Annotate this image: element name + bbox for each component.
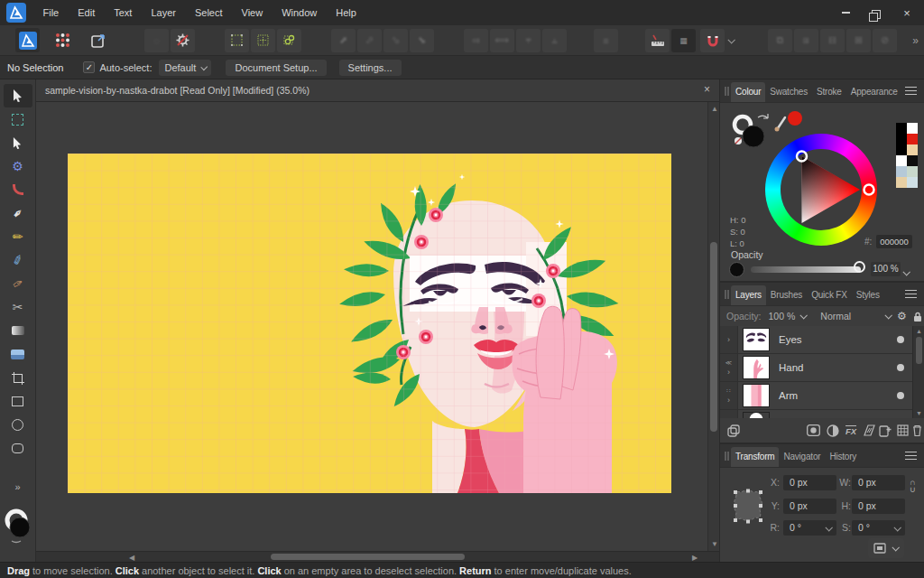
vertical-scrollbar[interactable]: ▲ ▼ (707, 102, 719, 551)
opacity-dropdown-chevron[interactable] (903, 266, 909, 277)
snap-pixel-button[interactable] (251, 29, 275, 52)
layer-thumbnail[interactable] (743, 384, 770, 407)
vector-brush-tool[interactable]: ✐ (4, 248, 32, 272)
scroll-right-icon[interactable]: ▶ (692, 554, 698, 562)
tab-layers[interactable]: Layers (731, 285, 766, 305)
snap-grid-button[interactable] (225, 29, 249, 52)
document-close-icon[interactable]: × (704, 83, 710, 96)
tab-styles[interactable]: Styles (852, 285, 884, 305)
horizontal-scroll-thumb[interactable] (271, 554, 465, 560)
tab-quickfx[interactable]: Quick FX (807, 285, 852, 305)
tab-appearance[interactable]: Appearance (846, 82, 902, 102)
boolean-divide-button[interactable]: ⊘ (873, 29, 897, 52)
layers-scrollbar[interactable]: ▲ ▼ (912, 326, 924, 418)
layer-visibility-dot[interactable] (897, 392, 904, 399)
pixel-persona-button[interactable] (51, 28, 75, 52)
selection-box-button[interactable] (868, 538, 904, 558)
duplicate-icon[interactable] (727, 424, 742, 437)
magnet-snapping-button[interactable] (700, 29, 725, 52)
rounded-rectangle-tool[interactable] (4, 436, 32, 460)
layer-row-hand[interactable]: ≪› Hand (720, 354, 924, 382)
scroll-left-icon[interactable]: ◀ (129, 554, 134, 562)
pen-tool[interactable]: ✒ (4, 201, 32, 225)
boolean-subtract-button[interactable]: ⊟ (820, 29, 845, 52)
link-dimensions-icon[interactable]: ∩∪ (910, 479, 916, 493)
minimize-icon[interactable] (834, 3, 857, 23)
rectangle-tool[interactable] (4, 389, 32, 413)
vertical-scroll-thumb[interactable] (710, 242, 717, 432)
layer-opacity-value[interactable]: 100 % (769, 311, 796, 322)
align-left-button[interactable]: ⫤ (464, 29, 488, 52)
assets-gear-button[interactable] (171, 29, 195, 52)
blend-ranges-icon[interactable] (863, 424, 876, 436)
tab-stroke[interactable]: Stroke (812, 82, 846, 102)
ellipse-tool[interactable] (4, 413, 32, 436)
scroll-down-icon[interactable]: ▼ (711, 540, 718, 548)
hex-input[interactable]: 000000 (876, 235, 912, 248)
style-picker-button[interactable]: ◌ (144, 29, 169, 52)
auto-select-checkbox[interactable]: ✓ (83, 61, 95, 73)
tab-transform[interactable]: Transform (731, 447, 779, 467)
move-tool[interactable] (4, 84, 32, 107)
delete-layer-icon[interactable] (912, 424, 922, 436)
r-input[interactable]: 0 ° (783, 520, 836, 536)
y-input[interactable]: 0 px (783, 499, 836, 514)
panel-menu-icon[interactable] (905, 452, 917, 460)
align-bottom-button[interactable]: ⫨ (542, 29, 567, 52)
gradient-tool[interactable] (4, 319, 32, 342)
document-tab[interactable]: sample-vision-by-nastka-drabot [Read Onl… (36, 79, 719, 102)
place-image-tool[interactable] (4, 342, 32, 366)
magnet-dropdown-chevron[interactable] (725, 29, 736, 52)
close-icon[interactable]: × (895, 3, 919, 23)
order-down-button[interactable]: ⬂ (383, 29, 408, 52)
designer-persona-button[interactable] (15, 28, 40, 52)
layer-visibility-dot[interactable] (897, 364, 904, 371)
panel-drag-handle[interactable] (725, 87, 729, 96)
horizontal-scrollbar[interactable]: ◀ ▶ (36, 551, 719, 562)
opacity-swatch[interactable] (729, 262, 744, 277)
boolean-add-button[interactable]: ⧈ (794, 29, 818, 52)
artboard-artwork[interactable] (68, 154, 671, 493)
order-front-button[interactable]: ⬈ (331, 29, 356, 52)
knife-tool[interactable]: ✂ (4, 295, 32, 319)
panel-drag-handle[interactable] (725, 452, 729, 461)
fx-icon[interactable]: FX (845, 425, 856, 436)
panel-menu-icon[interactable] (905, 290, 917, 298)
ruler-toggle-button[interactable] (645, 29, 670, 52)
h-input[interactable]: 0 px (852, 499, 905, 514)
colour-wheel[interactable] (765, 134, 877, 246)
scroll-up-icon[interactable]: ▲ (711, 105, 718, 113)
tab-swatches[interactable]: Swatches (765, 82, 812, 102)
menu-file[interactable]: File (33, 1, 69, 24)
pencil-tool[interactable]: ✏ (4, 225, 32, 248)
adjustment-icon[interactable] (827, 424, 839, 437)
opacity-value[interactable]: 100 % (871, 262, 901, 276)
layer-row-eyes[interactable]: › Eyes (720, 326, 924, 354)
recent-swatches[interactable] (896, 123, 918, 188)
convert-curves-button[interactable]: ⧉ (768, 29, 792, 52)
paint-brush-tool[interactable]: ✑ (4, 272, 32, 295)
menu-edit[interactable]: Edit (69, 1, 105, 24)
menu-help[interactable]: Help (327, 1, 366, 24)
toolbar-overflow-chevron[interactable]: » (912, 34, 919, 47)
snap-object-button[interactable] (277, 29, 301, 52)
align-top-button[interactable]: ⫧ (516, 29, 541, 52)
blend-mode-dropdown[interactable]: Normal (820, 311, 851, 322)
new-pixel-layer-icon[interactable] (897, 424, 909, 436)
w-input[interactable]: 0 px (852, 475, 905, 490)
menu-view[interactable]: View (232, 1, 273, 24)
order-up-button[interactable]: ⬀ (357, 29, 382, 52)
distribute-button[interactable]: ≡ (594, 29, 618, 52)
settings-button[interactable]: Settings... (339, 60, 402, 76)
align-center-button[interactable]: ⟺ (490, 29, 514, 52)
corner-tool[interactable] (4, 178, 32, 201)
mask-icon[interactable] (807, 424, 820, 436)
layer-row-partial[interactable] (720, 410, 924, 418)
fill-stroke-well[interactable] (3, 508, 33, 541)
panel-drag-handle[interactable] (725, 290, 729, 299)
maximize-icon[interactable] (864, 3, 888, 23)
menu-layer[interactable]: Layer (142, 1, 186, 24)
export-persona-button[interactable] (86, 28, 110, 52)
point-transform-tool[interactable]: ⚙ (4, 154, 32, 178)
layer-thumbnail[interactable] (743, 412, 770, 418)
